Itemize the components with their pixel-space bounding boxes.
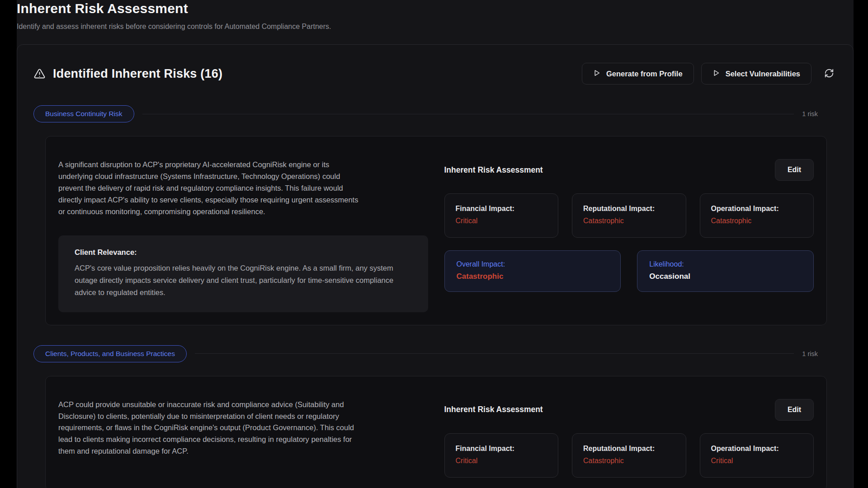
financial-impact-value: Critical xyxy=(456,457,547,465)
category-row-clients-products: Clients, Products, and Business Practice… xyxy=(33,345,838,362)
operational-impact-label: Operational Impact: xyxy=(711,445,803,453)
risk-card: A significant disruption to ACP's propri… xyxy=(45,136,827,325)
select-vulnerabilities-button[interactable]: Select Vulnerabilities xyxy=(701,63,811,84)
likelihood-value: Occasional xyxy=(649,272,802,281)
panel-header: Identified Inherent Risks (16) Generate … xyxy=(33,63,838,84)
reputational-impact-label: Reputational Impact: xyxy=(583,205,675,213)
assessment-header: Inherent Risk Assessment Edit xyxy=(444,399,814,421)
category-risk-count: 1 risk xyxy=(802,350,818,357)
risk-card-right-column: Inherent Risk Assessment Edit Financial … xyxy=(444,159,814,292)
reputational-impact-box: Reputational Impact: Catastrophic xyxy=(572,193,686,238)
refresh-icon xyxy=(824,68,834,80)
risk-card-left-column: ACP could provide unsuitable or inaccura… xyxy=(58,399,428,457)
impact-grid: Financial Impact: Critical Reputational … xyxy=(444,193,814,238)
overall-impact-box: Overall Impact: Catastrophic xyxy=(444,250,621,292)
reputational-impact-label: Reputational Impact: xyxy=(583,445,675,453)
category-badge[interactable]: Clients, Products, and Business Practice… xyxy=(33,345,187,362)
operational-impact-value: Critical xyxy=(711,457,803,465)
risk-card: ACP could provide unsuitable or inaccura… xyxy=(45,376,827,488)
risk-card-right-column: Inherent Risk Assessment Edit Financial … xyxy=(444,399,814,478)
impact-grid: Financial Impact: Critical Reputational … xyxy=(444,433,814,478)
operational-impact-box: Operational Impact: Catastrophic xyxy=(700,193,814,238)
reputational-impact-value: Catastrophic xyxy=(583,457,675,465)
overall-grid: Overall Impact: Catastrophic Likelihood:… xyxy=(444,250,814,292)
financial-impact-label: Financial Impact: xyxy=(456,445,547,453)
risk-description: ACP could provide unsuitable or inaccura… xyxy=(58,399,364,457)
financial-impact-value: Critical xyxy=(456,217,547,225)
play-icon xyxy=(712,69,720,79)
likelihood-box: Likelihood: Occasional xyxy=(637,250,814,292)
operational-impact-box: Operational Impact: Critical xyxy=(700,433,814,478)
category-divider xyxy=(195,353,794,354)
financial-impact-box: Financial Impact: Critical xyxy=(444,193,559,238)
category-row-business-continuity: Business Continuity Risk 1 risk xyxy=(33,105,838,122)
category-badge[interactable]: Business Continuity Risk xyxy=(33,105,134,122)
assessment-heading: Inherent Risk Assessment xyxy=(444,165,543,175)
panel-header-left: Identified Inherent Risks (16) xyxy=(33,67,222,81)
play-icon xyxy=(593,69,601,79)
page-subtitle: Identify and assess inherent risks befor… xyxy=(17,23,854,31)
generate-from-profile-label: Generate from Profile xyxy=(606,70,683,78)
risk-card-left-column: A significant disruption to ACP's propri… xyxy=(58,159,428,312)
client-relevance-heading: Client Relevance: xyxy=(75,248,412,257)
edit-button[interactable]: Edit xyxy=(775,399,814,421)
risk-description: A significant disruption to ACP's propri… xyxy=(58,159,364,217)
reputational-impact-value: Catastrophic xyxy=(583,217,675,225)
assessment-header: Inherent Risk Assessment Edit xyxy=(444,159,814,181)
select-vulnerabilities-label: Select Vulnerabilities xyxy=(726,70,800,78)
overall-impact-value: Catastrophic xyxy=(457,272,609,281)
category-risk-count: 1 risk xyxy=(802,110,818,117)
panel-heading: Identified Inherent Risks (16) xyxy=(53,67,222,81)
edit-button[interactable]: Edit xyxy=(775,159,814,181)
main-content: Inherent Risk Assessment Identify and as… xyxy=(17,0,854,488)
financial-impact-label: Financial Impact: xyxy=(456,205,547,213)
financial-impact-box: Financial Impact: Critical xyxy=(444,433,559,478)
likelihood-label: Likelihood: xyxy=(649,260,802,268)
assessment-heading: Inherent Risk Assessment xyxy=(444,405,543,414)
warning-triangle-icon xyxy=(33,68,46,80)
reputational-impact-box: Reputational Impact: Catastrophic xyxy=(572,433,686,478)
generate-from-profile-button[interactable]: Generate from Profile xyxy=(582,63,694,84)
panel-actions: Generate from Profile Select Vulnerabili… xyxy=(582,63,837,84)
client-relevance-text: ACP's core value proposition relies heav… xyxy=(75,262,412,298)
page-title: Inherent Risk Assessment xyxy=(17,1,854,16)
client-relevance-box: Client Relevance: ACP's core value propo… xyxy=(58,235,428,312)
overall-impact-label: Overall Impact: xyxy=(457,260,609,268)
operational-impact-label: Operational Impact: xyxy=(711,205,803,213)
category-divider xyxy=(142,114,794,114)
refresh-button[interactable] xyxy=(821,66,837,82)
operational-impact-value: Catastrophic xyxy=(711,217,803,225)
identified-risks-panel: Identified Inherent Risks (16) Generate … xyxy=(17,44,854,488)
